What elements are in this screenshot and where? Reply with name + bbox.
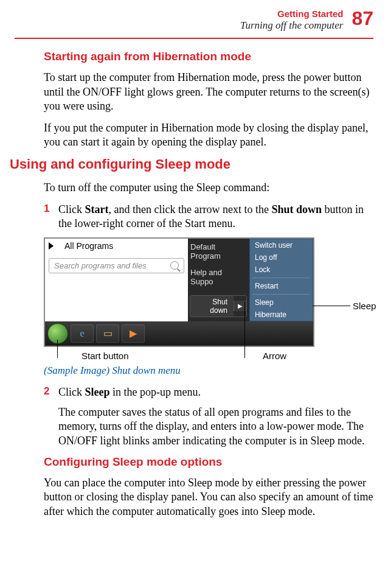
callout-arrow: Arrow bbox=[263, 351, 286, 361]
step-2: 2 Click Sleep in the pop-up menu. bbox=[44, 385, 373, 399]
callout-sleep: Sleep bbox=[353, 301, 376, 311]
search-icon bbox=[170, 261, 179, 270]
search-input[interactable]: Search programs and files bbox=[49, 258, 184, 273]
explorer-icon[interactable]: ▭ bbox=[96, 324, 119, 343]
menu-hibernate[interactable]: Hibernate bbox=[250, 309, 313, 321]
menu-link[interactable]: Help and Suppo bbox=[188, 264, 249, 290]
step-number: 1 bbox=[44, 203, 58, 231]
shutdown-button[interactable]: Shut down ▶ bbox=[190, 295, 247, 317]
chapter-title: Getting Started bbox=[240, 9, 344, 19]
menu-link[interactable]: Default Program bbox=[188, 239, 249, 264]
heading-config-sleep: Configuring Sleep mode options bbox=[44, 455, 382, 469]
ie-icon[interactable]: e bbox=[71, 324, 94, 343]
menu-restart[interactable]: Restart bbox=[250, 280, 313, 292]
all-programs-item[interactable]: All Programs bbox=[45, 239, 188, 258]
start-button-orb[interactable] bbox=[47, 323, 68, 344]
menu-switch-user[interactable]: Switch user bbox=[250, 239, 313, 251]
header-subtitle: Turning off the computer bbox=[240, 19, 344, 32]
paragraph: To turn off the computer using the Sleep… bbox=[44, 181, 373, 195]
heading-using-sleep: Using and configuring Sleep mode bbox=[10, 156, 382, 172]
paragraph: If you put the computer in Hibernation m… bbox=[44, 121, 373, 150]
shutdown-label: Shut down bbox=[190, 296, 234, 317]
callout-start-button: Start button bbox=[81, 351, 263, 361]
step-number: 2 bbox=[44, 385, 58, 399]
search-placeholder: Search programs and files bbox=[54, 261, 147, 270]
paragraph: You can place the computer into Sleep mo… bbox=[44, 476, 373, 519]
menu-sleep[interactable]: Sleep bbox=[250, 296, 313, 309]
menu-log-off[interactable]: Log off bbox=[250, 251, 313, 264]
figure-shutdown-menu: All Programs Search programs and files D… bbox=[44, 237, 384, 361]
paragraph: The computer saves the status of all ope… bbox=[58, 405, 373, 448]
header-divider bbox=[15, 38, 373, 39]
shutdown-popup-menu: Switch user Log off Lock Restart Sleep H… bbox=[249, 239, 313, 321]
step-1: 1 Click Start, and then click the arrow … bbox=[44, 203, 373, 231]
triangle-right-icon bbox=[49, 242, 54, 250]
all-programs-label: All Programs bbox=[64, 241, 113, 251]
menu-lock[interactable]: Lock bbox=[250, 264, 313, 276]
taskbar-image: e ▭ ▶ bbox=[45, 321, 313, 346]
step-text: Click Sleep in the pop-up menu. bbox=[58, 385, 201, 399]
paragraph: To start up the computer from Hibernatio… bbox=[44, 71, 373, 113]
figure-caption: (Sample Image) Shut down menu bbox=[44, 365, 382, 377]
heading-starting-again: Starting again from Hibernation mode bbox=[44, 50, 382, 63]
page-header: Getting Started Turning off the computer… bbox=[6, 6, 382, 32]
media-player-icon[interactable]: ▶ bbox=[122, 324, 145, 343]
step-text: Click Start, and then click the arrow ne… bbox=[58, 203, 373, 231]
page-number: 87 bbox=[352, 9, 373, 28]
